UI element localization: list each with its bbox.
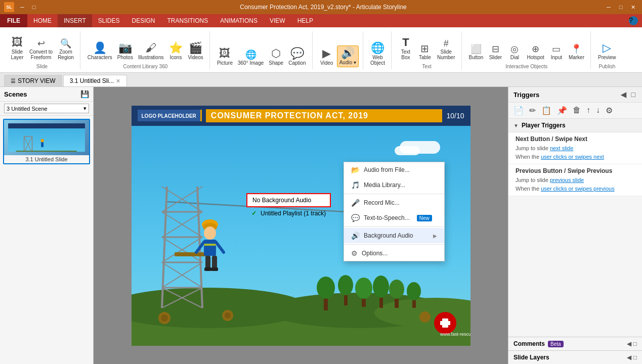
menu-design[interactable]: DESIGN [125,14,161,27]
dropdown-media-library[interactable]: 🎵 Media Library... [344,177,444,193]
ribbon-btn-marker[interactable]: 📍 Marker [567,43,586,62]
trigger-next-link2[interactable]: user clicks or swipes next [541,154,604,160]
new-badge: New [417,215,432,221]
ribbon-group-interactive: ⬜ Button ⊟ Slider ◎ Dial ⊕ Hotspot ▭ Inp… [463,31,591,69]
trigger-next-link1[interactable]: next slide [550,145,573,151]
tab-story-view[interactable]: ☰ STORY VIEW [4,75,62,86]
tab-close-icon[interactable]: ✕ [116,78,120,84]
trigger-prev-link2[interactable]: user clicks or swipes previous [541,186,615,192]
menu-insert[interactable]: INSERT [58,14,92,27]
scene-dropdown[interactable]: 3 Untitled Scene ▾ [4,104,89,113]
trigger-add-icon[interactable]: 📄 [511,105,526,116]
svg-rect-7 [41,142,44,147]
ribbon-btn-slider[interactable]: ⊟ Slider [486,43,504,62]
ribbon-btn-button[interactable]: ⬜ Button [467,43,486,62]
dial-icon: ◎ [510,44,519,54]
ribbon-btn-slide[interactable]: 🖼 SlideLayer [8,35,26,62]
win-minimize[interactable]: ─ [17,2,27,12]
ribbon-group-content: 👤 Characters 📷 Photos 🖌 Illustrations ⭐ … [81,31,210,69]
triggers-expand-icon[interactable]: □ [630,90,637,99]
ribbon-btn-picture[interactable]: 🖼 Picture [215,47,235,67]
slide-thumbnail[interactable]: 3.1 Untitled Slide [3,119,90,164]
trigger-edit-icon[interactable]: ✏ [527,105,538,116]
dropdown-options[interactable]: ⚙ Options... [344,246,444,261]
trigger-move-up-icon[interactable]: ↑ [584,105,592,116]
menu-home[interactable]: HOME [27,14,58,27]
trigger-delete-icon[interactable]: 🗑 [571,105,583,116]
ribbon-btn-convert[interactable]: ↩ Convert toFreeform [27,37,55,62]
ribbon-btn-characters[interactable]: 👤 Characters [85,41,114,62]
playlist-item[interactable]: ✓ Untitled Playlist (1 track) [246,207,331,219]
ribbon-group-av: ▶ Video 🔊 Audio ▾ [314,31,363,69]
tab-slide-31[interactable]: 3.1 Untitled Sli... ✕ [63,75,127,86]
menu-view[interactable]: VIEW [264,14,291,27]
ribbon-btn-illustrations[interactable]: 🖌 Illustrations [136,41,166,62]
trigger-paste-icon[interactable]: 📌 [555,105,569,116]
ribbon-btn-video[interactable]: ▶ Video [318,47,336,67]
scenes-title: Scenes [4,90,27,98]
triggers-toolbar: 📄 ✏ 📋 📌 🗑 ↑ ↓ ⚙ [508,103,642,119]
scenes-save-icon[interactable]: 💾 [80,90,89,98]
dropdown-text-to-speech[interactable]: 💬 Text-to-Speech... New [344,210,444,225]
ribbon-btn-videos[interactable]: 🎬 Videos [186,41,205,62]
photos-icon: 📷 [118,42,132,54]
svg-point-49 [204,226,216,240]
scenes-header: Scenes 💾 [0,87,93,102]
dropdown-background-audio[interactable]: 🔊 Background Audio ▶ [344,228,444,243]
menu-help[interactable]: HELP [291,14,319,27]
trigger-copy-icon[interactable]: 📋 [539,105,553,116]
ribbon-btn-shape[interactable]: ⬡ Shape [267,47,285,67]
ribbon-btn-table[interactable]: ⊞ Table [416,42,434,62]
triggers-collapse-icon[interactable]: ◀ [619,90,628,99]
triggers-header: Triggers ◀ □ [508,87,642,103]
main-area: Scenes 💾 3 Untitled Scene ▾ [0,87,642,364]
trigger-move-down-icon[interactable]: ↓ [594,105,602,116]
ribbon-btn-preview[interactable]: ▷ Preview [596,41,618,62]
trigger-next-title: Next Button / Swipe Next [516,135,635,143]
ribbon-btn-caption[interactable]: 💬 Caption [286,47,308,67]
ribbon-help-icon[interactable]: ? [629,16,638,25]
ribbon-group-content-label: Content Library 360 [85,64,205,69]
ribbon-btn-dial[interactable]: ◎ Dial [505,43,524,62]
ribbon-btn-360image[interactable]: 🌐 360° Image [236,49,266,67]
ribbon-btn-zoom[interactable]: 🔍 ZoomRegion [56,37,76,62]
ribbon-btn-hotspot[interactable]: ⊕ Hotspot [525,43,546,62]
menu-animations[interactable]: ANIMATIONS [214,14,264,27]
svg-rect-50 [204,240,216,256]
trigger-prev-link1[interactable]: previous slide [550,177,584,183]
menu-file[interactable]: FILE [0,14,27,27]
360image-icon: 🌐 [245,50,256,59]
win-min[interactable]: ─ [604,2,614,12]
win-close[interactable]: ✕ [628,2,638,12]
menu-transitions[interactable]: TRANSITIONS [161,14,215,27]
slide-layers-expand-icon[interactable]: □ [633,354,637,361]
trigger-settings-icon[interactable]: ⚙ [604,105,615,116]
ribbon-btn-icons[interactable]: ⭐ Icons [166,41,185,62]
ribbon-btn-audio[interactable]: 🔊 Audio ▾ [337,46,359,67]
win-max[interactable]: □ [616,2,626,12]
dropdown-audio-from-file[interactable]: 📂 Audio from File... [344,162,444,177]
ribbon-btn-textbox[interactable]: T TextBox [397,35,415,62]
svg-point-17 [355,278,372,299]
ribbon-btn-slidenumber[interactable]: # SlideNumber [435,37,457,62]
comments-collapse-icon[interactable]: ◀ [627,340,631,347]
ribbon-btn-photos[interactable]: 📷 Photos [115,41,135,62]
svg-rect-5 [16,151,77,152]
ribbon-btn-webobj[interactable]: 🌐 WebObject [368,41,387,67]
slide-page-number: 10/10 [446,112,464,120]
comments-expand-icon[interactable]: □ [633,340,637,347]
no-background-audio-item[interactable]: No Background Audio [246,193,331,207]
ribbon-btn-input[interactable]: ▭ Input [547,43,566,62]
picture-icon: 🖼 [219,48,230,59]
svg-point-23 [407,282,421,300]
menu-slides[interactable]: SLIDES [92,14,126,27]
audio-file-icon: 📂 [351,166,360,174]
audio-dropdown: 📂 Audio from File... 🎵 Media Library... … [344,162,445,261]
slide-layers-collapse-icon[interactable]: ◀ [627,354,631,361]
slide-header: LOGO PLACEHOLDER CONSUMER PROTECTION ACT… [132,106,470,126]
dropdown-record-mic[interactable]: 🎤 Record Mic... [344,195,444,210]
svg-point-19 [373,276,389,298]
win-maximize[interactable]: □ [29,2,39,12]
ribbon-group-publish-label: Publish [596,64,618,69]
player-triggers-header[interactable]: ▼ Player Triggers [508,119,642,132]
